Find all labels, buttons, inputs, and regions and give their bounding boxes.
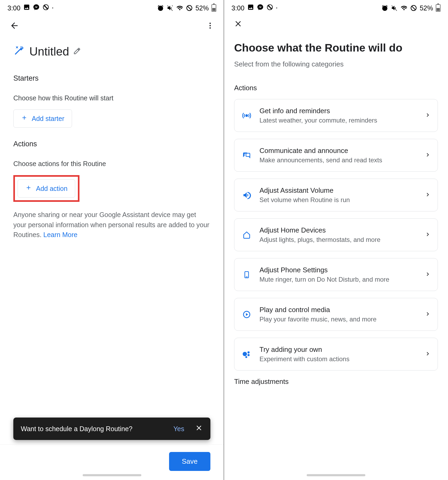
phone-screen-routine-editor: 3:00 • 52% [0,0,224,480]
toast-message: Want to schedule a Daylong Routine? [21,425,133,433]
card-play-control-media[interactable]: Play and control media Play your favorit… [234,298,438,331]
card-subtitle: Set volume when Routine is run [259,196,417,204]
card-title: Communicate and announce [259,147,417,155]
do-not-disturb-icon [410,5,417,11]
card-adjust-home-devices[interactable]: Adjust Home Devices Adjust lights, plugs… [234,218,438,251]
card-subtitle: Make announcements, send and read texts [259,156,417,164]
page-subtitle: Select from the following categories [234,60,438,68]
svg-point-5 [210,27,211,29]
gesture-bar [83,474,141,476]
chevron-right-icon [424,350,431,358]
status-right: 52% [381,4,441,12]
chevron-right-icon [424,231,431,239]
card-communicate-announce[interactable]: Communicate and announce Make announceme… [234,139,438,172]
app-bar [0,14,224,34]
card-title: Play and control media [259,306,417,314]
card-adjust-volume[interactable]: Adjust Assistant Volume Set volume when … [234,179,438,211]
plus-icon [21,115,27,123]
svg-point-9 [246,115,247,116]
overflow-menu-button[interactable] [206,22,214,31]
card-subtitle: Mute ringer, turn on Do Not Disturb, and… [259,276,417,283]
volume-icon [241,191,253,199]
routine-title[interactable]: Untitled [29,45,69,58]
status-time: 3:00 [231,4,245,12]
starters-subheading: Choose how this Routine will start [13,94,210,102]
more-notifications-dot: • [276,6,278,10]
phone-screen-choose-action: 3:00 • 52% Choose what the Routine will … [224,0,448,480]
battery-icon [436,4,441,12]
highlight-annotation: Add action [13,175,79,202]
card-subtitle: Experiment with custom actions [259,355,417,363]
card-title: Adjust Assistant Volume [259,186,417,195]
do-not-disturb-icon [186,5,193,11]
chevron-right-icon [424,112,431,120]
toast-close-button[interactable] [195,424,203,434]
wifi-icon [176,5,183,11]
alarm-icon [157,5,164,11]
card-get-info-reminders[interactable]: Get info and reminders Latest weather, y… [234,99,438,132]
battery-percent: 52% [420,4,433,12]
chat-icon [241,151,253,160]
vibrate-mute-icon [167,5,174,11]
photos-icon [23,4,30,12]
plus-icon [25,184,32,192]
vibrate-mute-icon [391,5,398,11]
actions-heading: Actions [13,140,210,148]
card-try-your-own[interactable]: Try adding your own Experiment with cust… [234,338,438,371]
starters-heading: Starters [13,74,210,82]
chevron-right-icon [424,151,431,159]
chevron-right-icon [424,191,431,199]
privacy-text: Anyone sharing or near your Google Assis… [13,211,209,238]
alarm-icon [381,5,388,11]
home-icon [241,231,253,239]
actions-subheading: Choose actions for this Routine [13,160,210,168]
card-title: Get info and reminders [259,107,417,115]
sports-icon [266,4,273,12]
page-title: Choose what the Routine will do [234,42,438,54]
assistant-icon [241,350,253,358]
photos-icon [247,4,254,12]
status-left: 3:00 • [7,4,53,12]
battery-icon [211,4,216,12]
add-action-label: Add action [36,185,67,192]
card-adjust-phone-settings[interactable]: Adjust Phone Settings Mute ringer, turn … [234,258,438,291]
play-circle-icon [241,310,253,319]
card-subtitle: Latest weather, your commute, reminders [259,117,417,124]
svg-point-4 [210,25,211,26]
svg-point-3 [210,23,211,24]
chevron-right-icon [424,271,431,279]
card-title: Adjust Home Devices [259,226,417,234]
save-button[interactable]: Save [169,452,210,471]
broadcast-icon [241,111,253,120]
schedule-toast: Want to schedule a Daylong Routine? Yes [13,418,210,440]
wifi-icon [401,5,407,11]
status-bar: 3:00 • 52% [224,0,448,14]
bottom-bar: Save [0,444,224,471]
edit-title-button[interactable] [73,47,81,56]
status-time: 3:00 [7,4,21,12]
add-action-button[interactable]: Add action [18,179,75,198]
toast-yes-button[interactable]: Yes [173,425,184,433]
add-starter-button[interactable]: Add starter [13,109,72,128]
phone-icon [241,270,253,279]
card-title: Try adding your own [259,345,417,354]
sports-icon [42,4,49,12]
actions-group-label: Actions [234,84,438,92]
wand-icon [13,45,25,58]
more-notifications-dot: • [52,6,54,10]
card-subtitle: Play your favorite music, news, and more [259,316,417,323]
time-adjustments-heading: Time adjustments [234,377,438,386]
status-right: 52% [157,4,216,12]
messenger-icon [33,4,40,12]
messenger-icon [257,4,264,12]
add-starter-label: Add starter [32,115,64,123]
gesture-bar [307,474,365,476]
close-button[interactable] [234,25,243,29]
learn-more-link[interactable]: Learn More [43,231,78,238]
back-button[interactable] [10,21,19,32]
status-left: 3:00 • [231,4,277,12]
routine-title-row: Untitled [13,45,210,58]
svg-line-2 [187,6,191,10]
privacy-note: Anyone sharing or near your Google Assis… [13,210,210,240]
svg-line-8 [412,6,415,10]
